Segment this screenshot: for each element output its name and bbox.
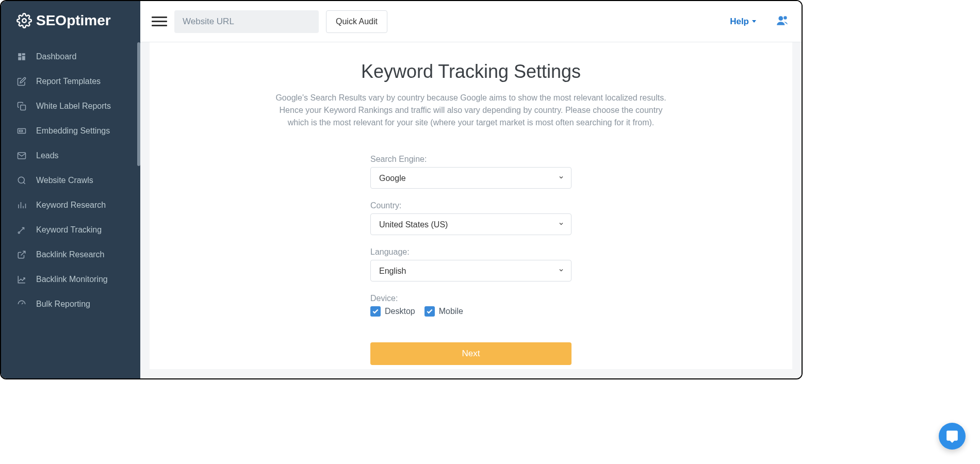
svg-line-17 — [21, 251, 25, 255]
sidebar-item-embedding-settings[interactable]: Embedding Settings — [1, 119, 140, 143]
chevron-down-icon — [752, 20, 756, 23]
language-label: Language: — [370, 247, 571, 257]
checkbox-checked-icon — [424, 306, 435, 317]
gauge-icon — [17, 299, 27, 309]
sidebar-item-backlink-monitoring[interactable]: Backlink Monitoring — [1, 267, 140, 292]
sidebar-item-label: Embedding Settings — [36, 126, 110, 136]
sidebar-nav: Dashboard Report Templates White Label R… — [1, 40, 140, 317]
next-button[interactable]: Next — [370, 342, 571, 365]
sidebar-item-label: Backlink Research — [36, 250, 105, 259]
sidebar: SEOptimer Dashboard Report Templates Whi… — [1, 1, 140, 378]
topbar: Quick Audit Help — [140, 1, 802, 42]
sidebar-item-keyword-tracking[interactable]: Keyword Tracking — [1, 218, 140, 242]
language-select[interactable]: English — [370, 260, 571, 281]
svg-line-18 — [22, 303, 23, 304]
device-mobile-label: Mobile — [439, 307, 463, 316]
sidebar-item-leads[interactable]: Leads — [1, 143, 140, 168]
device-mobile-checkbox[interactable]: Mobile — [424, 306, 463, 317]
barchart-icon — [17, 200, 27, 210]
search-engine-label: Search Engine: — [370, 155, 571, 164]
gear-icon — [17, 13, 32, 28]
sidebar-item-bulk-reporting[interactable]: Bulk Reporting — [1, 292, 140, 317]
sidebar-item-label: Dashboard — [36, 52, 76, 61]
sidebar-item-label: Keyword Tracking — [36, 225, 102, 235]
search-icon — [17, 175, 27, 186]
sidebar-item-label: Bulk Reporting — [36, 300, 90, 309]
edit-icon — [17, 76, 27, 87]
settings-form: Search Engine: Google Country: United St… — [370, 155, 571, 365]
sidebar-item-label: Website Crawls — [36, 176, 93, 185]
device-desktop-label: Desktop — [385, 307, 415, 316]
sidebar-item-label: Leads — [36, 151, 59, 160]
svg-rect-3 — [22, 56, 25, 60]
page-title: Keyword Tracking Settings — [170, 61, 772, 82]
sidebar-item-backlink-research[interactable]: Backlink Research — [1, 242, 140, 267]
svg-rect-5 — [21, 105, 26, 110]
device-desktop-checkbox[interactable]: Desktop — [370, 306, 415, 317]
country-select[interactable]: United States (US) — [370, 213, 571, 235]
copy-icon — [17, 101, 27, 111]
arrow-icon — [17, 225, 27, 235]
svg-point-9 — [18, 177, 24, 183]
svg-point-15 — [18, 232, 20, 234]
sidebar-item-dashboard[interactable]: Dashboard — [1, 44, 140, 69]
svg-rect-1 — [18, 53, 21, 56]
mail-icon — [17, 151, 27, 161]
svg-line-16 — [20, 228, 24, 232]
help-label: Help — [730, 16, 749, 27]
sidebar-item-label: White Label Reports — [36, 102, 111, 111]
settings-card: Keyword Tracking Settings Google's Searc… — [150, 42, 792, 369]
svg-line-10 — [23, 182, 25, 184]
brand-logo[interactable]: SEOptimer — [1, 1, 140, 40]
sidebar-item-website-crawls[interactable]: Website Crawls — [1, 168, 140, 193]
brand-name: SEOptimer — [36, 12, 111, 29]
svg-rect-7 — [20, 130, 23, 132]
external-link-icon — [17, 250, 27, 260]
embed-icon — [17, 126, 27, 136]
sidebar-item-report-templates[interactable]: Report Templates — [1, 69, 140, 94]
content: Keyword Tracking Settings Google's Searc… — [140, 42, 802, 378]
svg-point-0 — [22, 19, 26, 23]
sidebar-scrollbar[interactable] — [137, 42, 140, 166]
main: Quick Audit Help Keyword Tracking Settin… — [140, 1, 802, 378]
quick-audit-button[interactable]: Quick Audit — [326, 10, 387, 33]
help-dropdown[interactable]: Help — [730, 16, 756, 27]
sidebar-item-keyword-research[interactable]: Keyword Research — [1, 193, 140, 218]
svg-point-20 — [783, 16, 787, 19]
svg-point-19 — [778, 16, 783, 21]
menu-toggle-icon[interactable] — [152, 14, 167, 29]
linechart-icon — [17, 274, 27, 285]
sidebar-item-label: Report Templates — [36, 77, 101, 86]
website-url-input[interactable] — [174, 10, 319, 33]
checkbox-checked-icon — [370, 306, 381, 317]
sidebar-item-label: Backlink Monitoring — [36, 275, 108, 284]
svg-rect-2 — [22, 53, 25, 55]
country-label: Country: — [370, 201, 571, 210]
svg-rect-4 — [18, 57, 21, 60]
search-engine-select[interactable]: Google — [370, 167, 571, 189]
dashboard-icon — [17, 52, 27, 62]
sidebar-item-label: Keyword Research — [36, 201, 106, 210]
sidebar-item-white-label-reports[interactable]: White Label Reports — [1, 94, 140, 119]
page-description: Google's Search Results vary by country … — [270, 92, 672, 129]
users-icon[interactable] — [775, 14, 790, 29]
device-label: Device: — [370, 294, 571, 303]
